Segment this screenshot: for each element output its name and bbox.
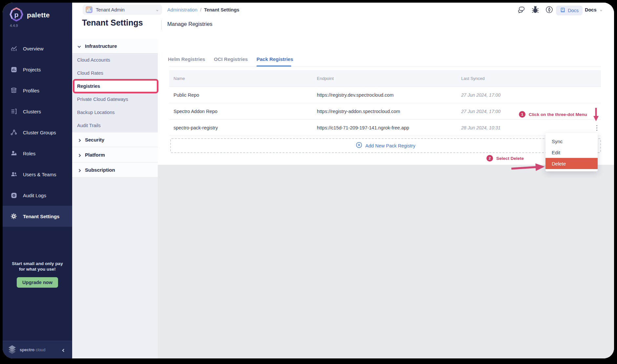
registry-last-synced: 27 Jun 2024, 17:00 [461, 103, 501, 120]
plus-circle-icon [356, 142, 362, 149]
breadcrumb-tenant-settings: Tenant Settings [204, 7, 239, 12]
clusters-icon [10, 108, 17, 115]
tab-bottom-border [169, 66, 601, 67]
page-title: Tenant Settings [82, 18, 143, 28]
settings-nav-registries[interactable]: Registries [72, 80, 158, 93]
section-security[interactable]: Security [72, 132, 158, 147]
breadcrumb-administration[interactable]: Administration [167, 7, 197, 12]
chevron-down-icon [600, 7, 602, 12]
sidebar-item-cluster-groups[interactable]: Cluster Groups [3, 122, 72, 143]
registry-endpoint: https://c15d-71-209-197-141.ngrok-free.a… [317, 120, 409, 136]
cluster-groups-icon [10, 129, 17, 136]
sidebar-item-label: Cluster Groups [23, 130, 56, 135]
tab-pack-registries[interactable]: Pack Registries [257, 56, 293, 62]
table-header: Name Endpoint Last Synced [169, 70, 601, 87]
sidebar-item-tenant-settings[interactable]: Tenant Settings [3, 206, 72, 227]
section-platform[interactable]: Platform [72, 147, 158, 163]
sidebar-item-roles[interactable]: Roles [3, 143, 72, 164]
settings-nav-cloud-accounts[interactable]: Cloud Accounts [72, 53, 158, 67]
promo-text-line1: Start small and only pay [3, 261, 72, 266]
section-label: Platform [85, 152, 105, 158]
sidebar-item-label: Overview [23, 46, 44, 51]
feedback-chat-icon[interactable] [518, 6, 525, 14]
sidebar-item-label: Profiles [23, 88, 39, 93]
nav-item-label: Registries [77, 84, 100, 89]
section-label: Subscription [85, 167, 115, 173]
nav-item-label: Cloud Accounts [77, 57, 110, 63]
docs-dropdown[interactable]: Docs [585, 3, 602, 17]
sidebar-item-users-teams[interactable]: Users & Teams [3, 164, 72, 185]
settings-nav-background [72, 178, 158, 358]
table-row[interactable]: Spectro Addon Repo https://registry-addo… [169, 103, 601, 120]
help-compass-icon[interactable] [545, 6, 553, 14]
registry-last-synced: 27 Jun 2024, 17:00 [461, 87, 501, 103]
add-new-pack-registry-button[interactable]: Add New Pack Registry [170, 138, 601, 153]
tab-helm-registries[interactable]: Helm Registries [168, 56, 205, 62]
brand-word-cloud: cloud [36, 348, 46, 352]
palette-logo-icon: p [9, 7, 24, 23]
nav-item-label: Private Cloud Gateways [77, 97, 128, 102]
svg-text:p: p [14, 11, 19, 18]
scope-label: Tenant Admin [96, 7, 125, 12]
settings-nav-private-cloud-gateways[interactable]: Private Cloud Gateways [72, 93, 158, 106]
sidebar-item-overview[interactable]: Overview [3, 38, 72, 59]
docs-button-label: Docs [568, 8, 579, 13]
down-arrow-annotation [593, 107, 599, 123]
sidebar-item-label: Clusters [23, 109, 41, 114]
settings-nav-audit-trails[interactable]: Audit Trails [72, 119, 158, 132]
docs-dropdown-label: Docs [585, 7, 596, 12]
menu-item-sync[interactable]: Sync [545, 136, 598, 147]
active-tab-underline [257, 66, 291, 67]
chevron-down-icon [78, 43, 80, 49]
spectro-cloud-logo-icon [7, 345, 17, 355]
overview-icon [10, 45, 17, 52]
chevron-right-icon [78, 137, 80, 143]
three-dot-menu-button[interactable] [595, 124, 599, 131]
registry-name: Public Repo [174, 87, 199, 103]
tenant-admin-icon [86, 6, 93, 13]
registry-last-synced: 28 Jun 2024, 10:31 [461, 120, 501, 136]
sidebar-item-label: Audit Logs [23, 193, 46, 198]
settings-nav-backup-locations[interactable]: Backup Locations [72, 106, 158, 119]
spectro-cloud-wordmark: spectro cloud [20, 348, 46, 352]
content-area: Tenant Admin Administration / Tenant Set… [72, 3, 614, 358]
breadcrumb: Administration / Tenant Settings [167, 3, 239, 17]
sidebar-item-projects[interactable]: Projects [3, 59, 72, 80]
step2-number-badge: 2 [486, 155, 493, 162]
menu-item-delete[interactable]: Delete [545, 158, 598, 169]
section-subscription[interactable]: Subscription [72, 163, 158, 178]
sidebar-item-label: Users & Teams [23, 172, 56, 177]
book-icon [560, 7, 566, 14]
roles-icon [10, 150, 17, 157]
sidebar-item-profiles[interactable]: Profiles [3, 80, 72, 101]
settings-nav-cloud-rates[interactable]: Cloud Rates [72, 67, 158, 80]
table-row[interactable]: spectro-pack-registry https://c15d-71-20… [169, 120, 601, 136]
table-row[interactable]: Public Repo https://registry.dev.spectro… [169, 87, 601, 103]
app-window: p palette 4.4.9 Overview Projects [3, 3, 614, 358]
sidebar-item-label: Projects [23, 67, 41, 72]
upgrade-now-button[interactable]: Upgrade now [17, 277, 58, 288]
tab-oci-registries[interactable]: OCI Registries [214, 56, 248, 62]
sidebar-item-audit-logs[interactable]: Audit Logs [3, 185, 72, 206]
registry-name: Spectro Addon Repo [174, 103, 217, 120]
step2-annotation-text: Select Delete [496, 156, 524, 161]
app-version: 4.4.9 [10, 24, 18, 28]
menu-item-edit[interactable]: Edit [545, 147, 598, 158]
registry-endpoint: https://registry-addon.spectrocloud.com [317, 103, 400, 120]
users-teams-icon [10, 171, 17, 178]
upgrade-promo: Start small and only pay for what you us… [3, 261, 72, 288]
title-divider [161, 20, 162, 30]
collapse-sidebar-button[interactable] [63, 347, 68, 353]
project-scope-selector[interactable]: Tenant Admin [83, 5, 162, 15]
section-label: Infrastructure [85, 43, 117, 49]
docs-highlight-button[interactable]: Docs [556, 6, 583, 15]
primary-sidebar: p palette 4.4.9 Overview Projects [3, 3, 72, 358]
brand: p palette [9, 7, 50, 23]
brand-name: palette [27, 11, 50, 19]
sidebar-item-label: Tenant Settings [23, 214, 59, 219]
section-infrastructure[interactable]: Infrastructure [72, 39, 158, 53]
nav-item-label: Audit Trails [77, 123, 101, 128]
bug-report-icon[interactable] [532, 6, 540, 14]
sidebar-item-clusters[interactable]: Clusters [3, 101, 72, 122]
column-header-name: Name [174, 70, 185, 87]
